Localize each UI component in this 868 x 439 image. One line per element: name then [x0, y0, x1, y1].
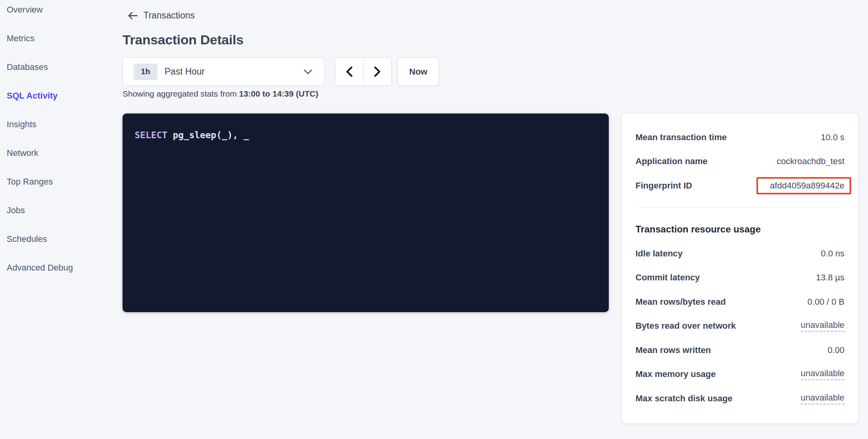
fingerprint-id-highlight-box: afdd4059a899442e [756, 177, 851, 194]
aggregation-period-prefix: Showing aggregated stats from [123, 89, 239, 98]
stat-row-mean-rows-bytes-read: Mean rows/bytes read 0.00 / 0 B [635, 290, 844, 314]
stat-value-bytes-read-over-network[interactable]: unavailable [801, 320, 844, 332]
stat-label-mean-rows-written: Mean rows written [635, 345, 711, 355]
stat-row-fingerprint-id: Fingerprint ID afdd4059a899442e [635, 174, 844, 198]
time-range-dropdown[interactable]: 1h Past Hour [123, 57, 324, 86]
transaction-overview-rows: Mean transaction time 10.0 s Application… [635, 125, 844, 198]
stat-label-mean-transaction-time: Mean transaction time [635, 132, 727, 143]
sidebar-item-metrics[interactable]: Metrics [0, 24, 116, 53]
now-button[interactable]: Now [397, 57, 439, 86]
sql-statement-text: pg_sleep(_), _ [167, 130, 249, 140]
transaction-summary-card: Mean transaction time 10.0 s Application… [622, 113, 858, 423]
stat-label-mean-rows-bytes-read: Mean rows/bytes read [635, 297, 726, 307]
stat-row-mean-rows-written: Mean rows written 0.00 [635, 338, 844, 362]
time-range-label: Past Hour [165, 66, 205, 77]
stat-row-application-name: Application name cockroachdb_test [635, 150, 844, 174]
stat-value-mean-rows-bytes-read: 0.00 / 0 B [808, 297, 844, 307]
time-range-badge: 1h [134, 64, 157, 80]
breadcrumb[interactable]: Transactions [128, 10, 195, 21]
stat-value-idle-latency: 0.0 ns [821, 249, 844, 259]
stat-value-application-name: cockroachdb_test [777, 156, 844, 166]
stat-label-fingerprint-id: Fingerprint ID [635, 181, 692, 191]
stat-value-mean-rows-written: 0.00 [828, 345, 844, 355]
sidebar-item-databases[interactable]: Databases [0, 53, 116, 81]
transaction-details-page: Overview Metrics Databases SQL Activity … [0, 0, 868, 439]
breadcrumb-label[interactable]: Transactions [143, 10, 195, 21]
aggregation-period-text: Showing aggregated stats from 13:00 to 1… [123, 89, 318, 99]
stat-value-commit-latency: 13.8 µs [816, 273, 844, 283]
stat-row-max-scratch-disk-usage: Max scratch disk usage unavailable [635, 386, 844, 411]
stat-label-commit-latency: Commit latency [635, 273, 700, 283]
sidebar: Overview Metrics Databases SQL Activity … [0, 0, 116, 282]
resource-usage-heading: Transaction resource usage [635, 224, 761, 235]
sql-keyword: SELECT [135, 130, 167, 140]
stat-row-mean-transaction-time: Mean transaction time 10.0 s [635, 125, 844, 150]
sidebar-item-top-ranges[interactable]: Top Ranges [0, 167, 116, 196]
sidebar-item-schedules[interactable]: Schedules [0, 225, 116, 253]
sidebar-item-sql-activity[interactable]: SQL Activity [0, 81, 116, 110]
sidebar-item-overview[interactable]: Overview [0, 0, 116, 24]
stat-row-bytes-read-over-network: Bytes read over network unavailable [635, 314, 844, 338]
resource-usage-rows: Idle latency 0.0 ns Commit latency 13.8 … [635, 241, 844, 411]
sidebar-item-jobs[interactable]: Jobs [0, 196, 116, 225]
sidebar-item-network[interactable]: Network [0, 139, 116, 167]
stat-label-bytes-read-over-network: Bytes read over network [635, 321, 736, 331]
chevron-left-icon [346, 66, 353, 77]
stat-row-max-memory-usage: Max memory usage unavailable [635, 362, 844, 387]
chevron-down-icon [304, 69, 312, 74]
stat-label-max-scratch-disk-usage: Max scratch disk usage [635, 393, 732, 404]
sql-statement-box: SELECT pg_sleep(_), _ [123, 113, 609, 312]
sidebar-item-insights[interactable]: Insights [0, 110, 116, 139]
stat-value-mean-transaction-time: 10.0 s [821, 132, 844, 143]
stat-value-max-scratch-disk-usage[interactable]: unavailable [801, 393, 844, 404]
card-divider [635, 207, 844, 208]
sql-statement: SELECT pg_sleep(_), _ [135, 129, 597, 141]
stat-row-idle-latency: Idle latency 0.0 ns [635, 241, 844, 266]
stat-label-idle-latency: Idle latency [635, 249, 683, 259]
stat-label-max-memory-usage: Max memory usage [635, 369, 716, 379]
next-range-button[interactable] [364, 58, 392, 86]
aggregation-period-range: 13:00 to 14:39 (UTC) [239, 89, 319, 98]
sidebar-item-advanced-debug[interactable]: Advanced Debug [0, 253, 116, 282]
time-nav-buttons [335, 57, 392, 86]
back-arrow-icon[interactable] [128, 12, 137, 19]
stat-value-max-memory-usage[interactable]: unavailable [801, 368, 844, 380]
previous-range-button[interactable] [335, 58, 364, 86]
chevron-right-icon [374, 66, 381, 77]
stat-label-application-name: Application name [635, 156, 707, 166]
stat-row-commit-latency: Commit latency 13.8 µs [635, 266, 844, 290]
page-title: Transaction Details [123, 32, 244, 48]
